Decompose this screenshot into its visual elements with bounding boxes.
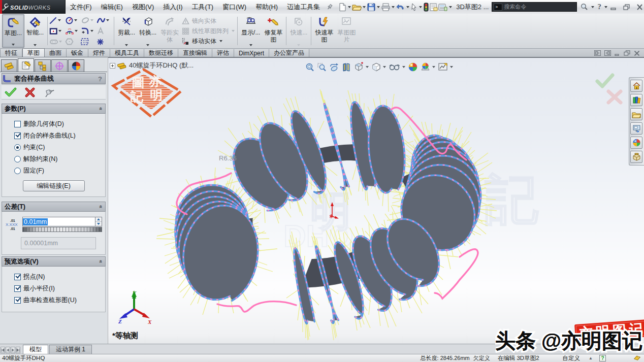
sketch-button[interactable]: 草图...	[2, 14, 24, 48]
minimum-radius-checkbox[interactable]	[14, 285, 21, 292]
options-button[interactable]	[438, 2, 448, 13]
edit-appearance-button[interactable]	[408, 62, 418, 72]
open-dropdown[interactable]	[362, 2, 367, 13]
zoom-fit-button[interactable]	[305, 62, 315, 72]
menu-window[interactable]: 窗口(W)	[218, 0, 251, 14]
panel-help-icon[interactable]: ?	[98, 75, 102, 83]
tab-office-products[interactable]: 办公室产品	[269, 49, 309, 57]
select-button[interactable]	[410, 2, 418, 13]
select-dropdown[interactable]	[418, 2, 423, 13]
tab-evaluate[interactable]: 评估	[212, 49, 234, 57]
ellipse-tool[interactable]	[81, 15, 96, 26]
pin-button[interactable]	[43, 88, 55, 97]
tolerance-spinner[interactable]	[95, 217, 102, 226]
convert-entities-button[interactable]: 转换...	[137, 14, 158, 48]
doc-minimize-icon[interactable]	[615, 51, 620, 56]
tolerance-slider[interactable]	[22, 227, 102, 232]
tab-dimxpert[interactable]: DimXpert	[234, 49, 269, 57]
arc-dropdown[interactable]	[75, 30, 78, 32]
new-document-dropdown[interactable]	[347, 2, 352, 13]
smart-dimension-button[interactable]: 智能...	[24, 14, 46, 48]
zoom-area-button[interactable]	[317, 62, 327, 72]
tab-motion-study[interactable]: 运动算例 1	[49, 345, 92, 354]
graphics-viewport[interactable]: 記明DHQ40螺旋手环DHQ (默...R6.36圖亦記明YZX*等轴测	[108, 57, 644, 344]
curvature-combs-checkbox[interactable]	[14, 297, 21, 304]
trim-entities-dropdown[interactable]	[118, 43, 135, 47]
taskpane-home-button[interactable]	[630, 80, 642, 92]
tab-model[interactable]: 模型	[23, 345, 48, 354]
search-commands-box[interactable]: 搜索命令	[492, 2, 577, 12]
tab-dimxpert-manager[interactable]	[51, 59, 68, 72]
polygon-tool[interactable]	[65, 37, 81, 47]
fillet-tool[interactable]	[81, 26, 96, 37]
status-tag-icon[interactable]	[606, 355, 644, 361]
collapse-left-icon[interactable]	[594, 50, 601, 56]
inflection-points-checkbox[interactable]	[14, 274, 21, 280]
taskpane-custom-properties-button[interactable]	[630, 151, 642, 163]
closed-spline-checkbox[interactable]	[14, 133, 21, 139]
search-input[interactable]: 搜索命令	[504, 3, 576, 11]
close-button[interactable]	[633, 0, 644, 14]
display-style-dropdown[interactable]	[383, 66, 386, 68]
tab-display-manager[interactable]	[68, 59, 84, 72]
menu-pin-icon[interactable]	[327, 4, 333, 10]
spline-dropdown[interactable]	[106, 19, 109, 21]
undo-dropdown[interactable]	[405, 2, 410, 13]
tab-sheet-metal[interactable]: 钣金	[67, 49, 88, 57]
apply-scene-button[interactable]	[420, 62, 431, 72]
spinner-down-icon[interactable]	[95, 222, 102, 226]
hide-show-items-dropdown[interactable]	[402, 66, 405, 68]
search-magnifier-icon[interactable]	[577, 0, 591, 14]
apply-scene-dropdown[interactable]	[432, 66, 435, 68]
minimize-button[interactable]	[607, 0, 620, 14]
menu-insert[interactable]: 插入(I)	[158, 0, 187, 14]
quick-snaps-button[interactable]: 快速...	[288, 14, 309, 48]
new-document-button[interactable]	[338, 2, 347, 13]
save-button[interactable]	[367, 2, 376, 13]
tree-node-label[interactable]: 40螺旋手环DHQ (默...	[129, 61, 194, 70]
tab-feature-manager[interactable]	[1, 59, 17, 72]
tolerance-input[interactable]: 0.01mm	[22, 217, 95, 226]
menu-edit[interactable]: 编辑(E)	[96, 0, 127, 14]
slot-tool[interactable]	[49, 37, 65, 47]
doc-restore-icon[interactable]	[624, 50, 630, 56]
tab-direct-editing[interactable]: 直接编辑	[178, 49, 212, 57]
smart-dimension-dropdown[interactable]	[26, 43, 44, 47]
tab-property-manager[interactable]	[18, 58, 34, 72]
display-style-button[interactable]	[371, 62, 381, 72]
undo-button[interactable]	[396, 2, 405, 13]
rapid-sketch-button[interactable]: 快速草 图	[313, 14, 335, 48]
tab-data-migration[interactable]: 数据迁移	[144, 49, 178, 57]
tab-surfaces[interactable]: 曲面	[45, 49, 67, 57]
hide-show-items-button[interactable]	[389, 62, 401, 72]
nav-next-icon[interactable]	[11, 347, 15, 353]
convert-entities-dropdown[interactable]	[139, 43, 156, 47]
fixed-radio[interactable]	[14, 168, 21, 174]
fillet-dropdown[interactable]	[90, 30, 93, 32]
slot-dropdown[interactable]	[59, 41, 62, 43]
unconstrained-radio[interactable]	[14, 156, 21, 162]
taskpane-view-palette-button[interactable]	[630, 122, 642, 135]
options-dropdown[interactable]	[448, 2, 453, 13]
line-dropdown[interactable]	[58, 19, 61, 21]
spinner-up-icon[interactable]	[95, 217, 102, 222]
constrained-radio[interactable]	[14, 144, 21, 151]
print-dropdown[interactable]	[391, 2, 396, 13]
confirm-cancel-icon[interactable]	[608, 91, 621, 103]
view-settings-button[interactable]	[438, 62, 448, 72]
parameters-group-header[interactable]: 参数(P)«	[2, 104, 106, 114]
tab-weldments[interactable]: 焊件	[88, 49, 110, 57]
taskpane-appearances-button[interactable]	[630, 137, 642, 149]
spline-tool[interactable]	[96, 15, 112, 26]
offset-entities-button[interactable]: 等距实 体	[158, 14, 181, 48]
status-units[interactable]: 自定义	[539, 354, 581, 362]
open-button[interactable]	[352, 2, 362, 13]
repair-sketch-button[interactable]: 修复草 图	[262, 14, 284, 48]
move-entities-button[interactable]: 移动实体	[182, 36, 235, 46]
delete-geometry-checkbox[interactable]	[14, 121, 21, 127]
menu-file[interactable]: 文件(F)	[66, 0, 96, 14]
cancel-button[interactable]	[25, 87, 35, 97]
previous-view-button[interactable]	[329, 62, 339, 72]
preview-options-group-header[interactable]: 预览选项(V)«	[2, 256, 106, 267]
view-orientation-dropdown[interactable]	[366, 66, 369, 68]
